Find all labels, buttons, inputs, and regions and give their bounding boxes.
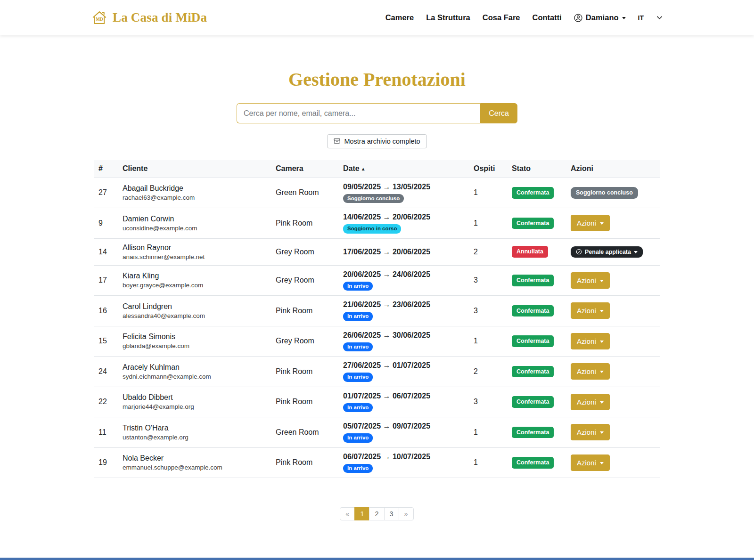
- search-button[interactable]: Cerca: [480, 103, 517, 123]
- table-row: 22 Ubaldo Dibbert marjorie44@example.org…: [94, 387, 660, 417]
- pagination-page-3[interactable]: 3: [384, 507, 399, 520]
- guest-count: 1: [470, 178, 508, 208]
- actions-dropdown-button[interactable]: Azioni: [571, 272, 610, 289]
- bookings-table: # Cliente Camera Date▲ Ospiti Stato Azio…: [94, 160, 660, 478]
- booking-dates: 17/06/2025 → 20/06/2025: [343, 248, 466, 256]
- sort-asc-icon: ▲: [361, 166, 366, 171]
- search-bar: Cerca: [237, 103, 517, 123]
- booking-id: 17: [94, 265, 119, 296]
- client-name: Allison Raynor: [123, 243, 268, 252]
- client-name: Ubaldo Dibbert: [123, 393, 268, 402]
- caret-down-icon: [600, 280, 604, 282]
- search-input[interactable]: [237, 103, 480, 123]
- user-menu[interactable]: Damiano: [574, 13, 626, 22]
- table-row: 27 Abagail Buckridge rachael63@example.c…: [94, 178, 660, 208]
- chevron-down-icon[interactable]: [656, 14, 663, 21]
- status-badge: Confermata: [512, 275, 554, 286]
- status-badge: Confermata: [512, 335, 554, 347]
- client-name: Aracely Kuhlman: [123, 363, 268, 372]
- caret-down-icon: [622, 17, 626, 19]
- status-badge: Confermata: [512, 457, 554, 469]
- table-row: 24 Aracely Kuhlman sydni.eichmann@exampl…: [94, 357, 660, 387]
- stay-badge: In arrivo: [343, 433, 373, 443]
- actions-dropdown-button[interactable]: Azioni: [571, 302, 610, 319]
- client-email: sydni.eichmann@example.com: [123, 373, 268, 380]
- caret-down-icon: [634, 251, 638, 253]
- booking-id: 22: [94, 387, 119, 417]
- brand-logo[interactable]: MD La Casa di MiDa: [91, 9, 207, 26]
- booking-id: 19: [94, 447, 119, 478]
- stay-badge: Soggiorno in corso: [343, 224, 401, 234]
- stay-badge: In arrivo: [343, 342, 373, 352]
- client-email: ustanton@example.org: [123, 434, 268, 441]
- client-name: Kiara Kling: [123, 272, 268, 280]
- actions-dropdown-button[interactable]: Azioni: [571, 215, 610, 231]
- booking-dates: 26/06/2025 → 30/06/2025: [343, 331, 466, 340]
- actions-dropdown-button[interactable]: Azioni: [571, 454, 610, 471]
- column-header-azioni: Azioni: [567, 160, 660, 178]
- svg-text:MD: MD: [96, 17, 103, 22]
- booking-id: 9: [94, 208, 119, 239]
- booking-dates: 21/06/2025 → 23/06/2025: [343, 300, 466, 309]
- concluded-badge: Soggiorno concluso: [571, 187, 638, 199]
- nav-item-camere[interactable]: Camere: [385, 13, 414, 22]
- guest-count: 1: [470, 447, 508, 478]
- client-email: alessandra40@example.com: [123, 312, 268, 319]
- booking-id: 15: [94, 326, 119, 357]
- status-badge: Confermata: [512, 427, 554, 438]
- top-navbar: MD La Casa di MiDa Camere La Struttura C…: [0, 0, 754, 35]
- nav-item-cosa-fare[interactable]: Cosa Fare: [483, 13, 520, 22]
- nav-item-la-struttura[interactable]: La Struttura: [426, 13, 470, 22]
- caret-down-icon: [600, 401, 604, 404]
- guest-count: 3: [470, 265, 508, 296]
- booking-id: 16: [94, 296, 119, 326]
- actions-dropdown-button[interactable]: Azioni: [571, 394, 610, 410]
- stay-badge: In arrivo: [343, 464, 373, 473]
- booking-dates: 20/06/2025 → 24/06/2025: [343, 270, 466, 279]
- actions-dropdown-button[interactable]: Azioni: [571, 363, 610, 380]
- guest-count: 2: [470, 238, 508, 265]
- caret-down-icon: [600, 371, 604, 373]
- client-email: boyer.grayce@example.com: [123, 282, 268, 289]
- actions-dropdown-button[interactable]: Azioni: [571, 424, 610, 440]
- stay-badge: In arrivo: [343, 373, 373, 382]
- show-archive-button[interactable]: Mostra archivio completo: [327, 134, 426, 148]
- guest-count: 1: [470, 208, 508, 239]
- guest-count: 1: [470, 326, 508, 357]
- stay-badge: Soggiorno concluso: [343, 194, 404, 203]
- booking-id: 24: [94, 357, 119, 387]
- client-name: Nola Becker: [123, 454, 268, 463]
- client-email: uconsidine@example.com: [123, 225, 268, 232]
- column-header-date[interactable]: Date▲: [339, 160, 470, 178]
- nav-item-contatti[interactable]: Contatti: [533, 13, 562, 22]
- table-row: 11 Tristin O'Hara ustanton@example.org G…: [94, 417, 660, 448]
- booking-id: 27: [94, 178, 119, 208]
- status-badge: Annullata: [512, 246, 548, 258]
- footer-edge: [0, 558, 754, 560]
- guest-count: 1: [470, 417, 508, 448]
- user-name: Damiano: [586, 13, 619, 22]
- status-badge: Confermata: [512, 218, 554, 229]
- language-selector[interactable]: IT: [638, 14, 644, 22]
- guest-count: 3: [470, 387, 508, 417]
- main-nav: Camere La Struttura Cosa Fare Contatti D…: [385, 13, 663, 22]
- actions-dropdown-button[interactable]: Azioni: [571, 333, 610, 349]
- booking-dates: 05/07/2025 → 09/07/2025: [343, 422, 466, 430]
- status-badge: Confermata: [512, 187, 554, 199]
- main-content: Gestione Prenotazioni Cerca Mostra archi…: [94, 68, 660, 520]
- house-logo-icon: MD: [91, 9, 108, 26]
- pagination-page-2[interactable]: 2: [369, 507, 384, 520]
- room-name: Grey Room: [272, 265, 339, 296]
- penalty-dropdown-button[interactable]: Penale applicata: [571, 246, 643, 258]
- booking-dates: 27/06/2025 → 01/07/2025: [343, 361, 466, 370]
- column-header-ospiti: Ospiti: [470, 160, 508, 178]
- pagination-prev[interactable]: «: [340, 507, 355, 520]
- pagination-page-1[interactable]: 1: [354, 507, 369, 520]
- room-name: Grey Room: [272, 326, 339, 357]
- room-name: Green Room: [272, 178, 339, 208]
- table-row: 17 Kiara Kling boyer.grayce@example.com …: [94, 265, 660, 296]
- booking-id: 14: [94, 238, 119, 265]
- room-name: Pink Room: [272, 296, 339, 326]
- status-badge: Confermata: [512, 366, 554, 378]
- pagination-next[interactable]: »: [399, 507, 414, 520]
